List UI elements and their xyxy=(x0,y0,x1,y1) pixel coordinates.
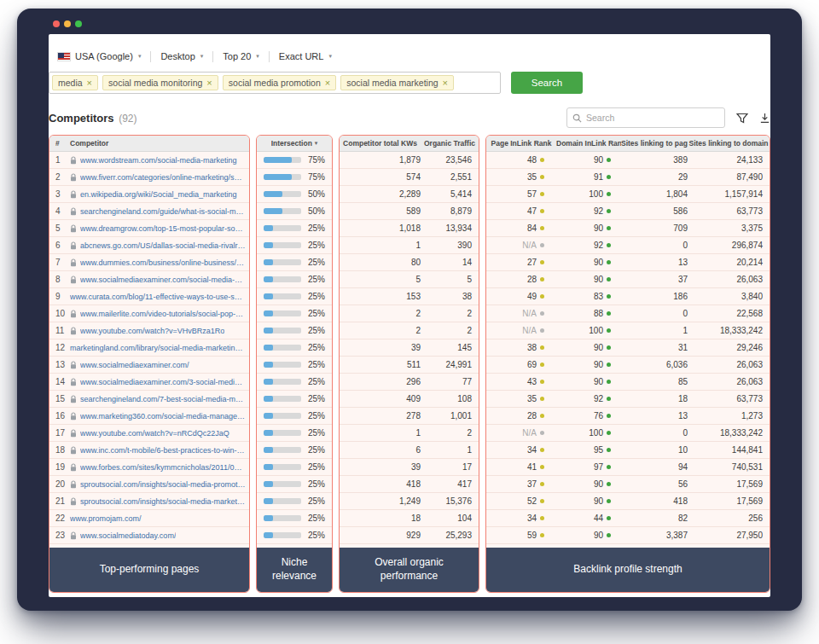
competitor-link[interactable]: abcnews.go.com/US/dallas-social-media-ri… xyxy=(70,241,249,250)
competitor-link[interactable]: www.youtube.com/watch?v=VHvBRza1Ro xyxy=(70,327,249,335)
column-header-domain-inlink-rank[interactable]: Domain InLink Rank xyxy=(556,139,621,148)
intersection-bar-fill xyxy=(264,328,273,334)
table-row: 13www.socialmediaexaminer.com/ xyxy=(49,357,249,374)
page-inlink-rank: 84 xyxy=(486,223,556,233)
competitor-link[interactable]: www.socialmediaexaminer.com/ xyxy=(70,361,249,369)
remove-tag-icon[interactable]: × xyxy=(206,78,212,88)
table-row: 4searchengineland.com/guide/what-is-soci… xyxy=(49,203,249,220)
competitor-link[interactable]: en.wikipedia.org/wiki/Social_media_marke… xyxy=(70,190,249,199)
table-header: # Competitor xyxy=(49,136,249,152)
competitor-link[interactable]: www.dreamgrow.com/top-15-most-popular-so… xyxy=(70,224,249,233)
competitor-link[interactable]: sproutsocial.com/insights/social-media-m… xyxy=(70,497,249,506)
column-header-intersection[interactable]: Intersection xyxy=(271,139,312,148)
table-search-input[interactable] xyxy=(586,113,719,123)
intersection-bar xyxy=(264,191,301,197)
total-kws-value: 6 xyxy=(340,445,421,455)
window-minimize-button[interactable] xyxy=(64,20,71,27)
competitor-link[interactable]: marketingland.com/library/social-media-m… xyxy=(70,344,249,352)
competitor-link[interactable]: searchengineland.com/7-best-social-media… xyxy=(70,395,249,403)
competitor-link[interactable]: www.inc.com/t-mobile/6-best-practices-to… xyxy=(70,446,249,455)
url-mode-selector[interactable]: Exact URL ▾ xyxy=(279,51,332,61)
page-inlink-rank-value: 69 xyxy=(527,360,537,369)
rank-dot xyxy=(607,277,611,281)
total-kws-value: 1,018 xyxy=(340,223,421,233)
table-search[interactable] xyxy=(566,107,725,128)
domain-inlink-rank-value: 92 xyxy=(594,394,603,403)
table-row: 25% xyxy=(257,339,332,357)
page-inlink-rank-value: 52 xyxy=(527,496,537,506)
domain-inlink-rank-value: 90 xyxy=(594,377,603,386)
keyword-tag: media× xyxy=(52,75,98,90)
competitor-link[interactable]: www.mailerlite.com/video-tutorials/socia… xyxy=(70,310,249,318)
region-selector[interactable]: USA (Google) ▾ xyxy=(57,51,141,61)
column-header-total-kws[interactable]: Competitor total KWs xyxy=(340,139,421,148)
table-row: 19www.forbes.com/sites/kymmcnicholas/201… xyxy=(49,459,249,476)
filter-icon[interactable] xyxy=(736,113,748,124)
column-header-page-inlink-rank[interactable]: Page InLink Rank xyxy=(486,139,556,148)
lock-icon xyxy=(70,190,77,199)
table-row: 59903,38727,950 xyxy=(486,527,770,544)
competitor-link[interactable]: www.socialmediaexaminer.com/3-social-med… xyxy=(70,378,249,386)
competitor-link[interactable]: sproutsocial.com/insights/social-media-p… xyxy=(70,480,249,489)
organic-traffic-value: 38 xyxy=(421,292,479,301)
table-row: 25% xyxy=(257,271,332,288)
competitor-link[interactable]: www.socialmediatoday.com/ xyxy=(70,531,249,540)
competitor-link[interactable]: www.socialmediaexaminer.com/social-media… xyxy=(70,276,249,284)
competitor-link[interactable]: www.curata.com/blog/11-effective-ways-to… xyxy=(70,293,249,301)
page-inlink-rank-value: 41 xyxy=(527,462,537,472)
intersection-bar-fill xyxy=(264,532,273,538)
page-inlink-rank: 69 xyxy=(486,360,556,369)
table-row: 35921863,773 xyxy=(486,391,770,408)
top-results-selector[interactable]: Top 20 ▾ xyxy=(223,51,259,61)
column-header-organic-traffic[interactable]: Organic Traffic xyxy=(421,139,479,148)
competitor-link[interactable]: www.fiverr.com/categories/online-marketi… xyxy=(70,173,249,182)
page-inlink-rank-value: 48 xyxy=(527,155,537,165)
page-inlink-rank: 49 xyxy=(486,292,556,301)
intersection-bar-fill xyxy=(264,498,273,504)
usa-flag-icon xyxy=(57,52,71,61)
column-header-sites-linking-domain[interactable]: Sites linking to domain xyxy=(688,139,770,148)
column-header-competitor[interactable]: Competitor xyxy=(70,139,249,148)
intersection-value: 25% xyxy=(301,223,332,233)
competitor-link[interactable]: www.forbes.com/sites/kymmcnicholas/2011/… xyxy=(70,463,249,472)
page-inlink-rank: N/A xyxy=(486,241,556,250)
chevron-down-icon: ▾ xyxy=(256,53,259,60)
competitor-link[interactable]: www.dummies.com/business/online-business… xyxy=(70,258,249,267)
page-inlink-rank: 48 xyxy=(486,155,556,165)
total-kws-value: 18 xyxy=(340,513,421,523)
lock-icon xyxy=(70,156,77,165)
device-selector[interactable]: Desktop ▾ xyxy=(160,51,203,61)
table-row: 25% xyxy=(257,288,332,305)
column-header-sites-linking-page[interactable]: Sites linking to page xyxy=(621,139,688,148)
remove-tag-icon[interactable]: × xyxy=(87,78,92,88)
window-close-button[interactable] xyxy=(53,20,60,27)
intersection-value: 25% xyxy=(301,411,332,421)
domain-inlink-rank-value: 90 xyxy=(594,479,603,489)
remove-tag-icon[interactable]: × xyxy=(443,78,448,88)
total-kws-value: 278 xyxy=(340,411,421,421)
table-row: 3en.wikipedia.org/wiki/Social_media_mark… xyxy=(49,186,249,203)
competitor-link[interactable]: www.wordstream.com/social-media-marketin… xyxy=(70,156,249,165)
window-maximize-button[interactable] xyxy=(75,20,82,27)
sites-linking-page-value: 0 xyxy=(621,241,688,250)
competitor-link[interactable]: www.marketing360.com/social-media-manage… xyxy=(70,412,249,421)
table-row: 25% xyxy=(257,305,332,322)
intersection-bar xyxy=(264,379,301,385)
keywords-input[interactable]: media×social media monitoring×social med… xyxy=(49,72,501,94)
remove-tag-icon[interactable]: × xyxy=(325,78,330,88)
table-row: 1www.wordstream.com/social-media-marketi… xyxy=(49,152,249,169)
device-label: Desktop xyxy=(160,51,195,61)
table-row: 18104 xyxy=(340,510,479,527)
sites-linking-domain-value: 29,246 xyxy=(688,343,770,352)
browser-window: USA (Google) ▾ Desktop ▾ Top 20 ▾ Exact … xyxy=(17,9,802,611)
download-icon[interactable] xyxy=(759,113,770,124)
competitor-link[interactable]: www.youtube.com/watch?v=nRCdQc22JaQ xyxy=(70,429,249,438)
column-header-num[interactable]: # xyxy=(49,139,70,148)
total-kws-value: 1,249 xyxy=(340,496,421,506)
competitor-link[interactable]: searchengineland.com/guide/what-is-socia… xyxy=(70,207,249,216)
competitor-link[interactable]: www.promojam.com/ xyxy=(70,514,249,523)
table-row: 28903726,063 xyxy=(486,271,770,288)
page-title: Competitors (92) xyxy=(49,112,137,125)
page-inlink-rank-value: N/A xyxy=(522,241,537,250)
search-button[interactable]: Search xyxy=(511,72,583,94)
